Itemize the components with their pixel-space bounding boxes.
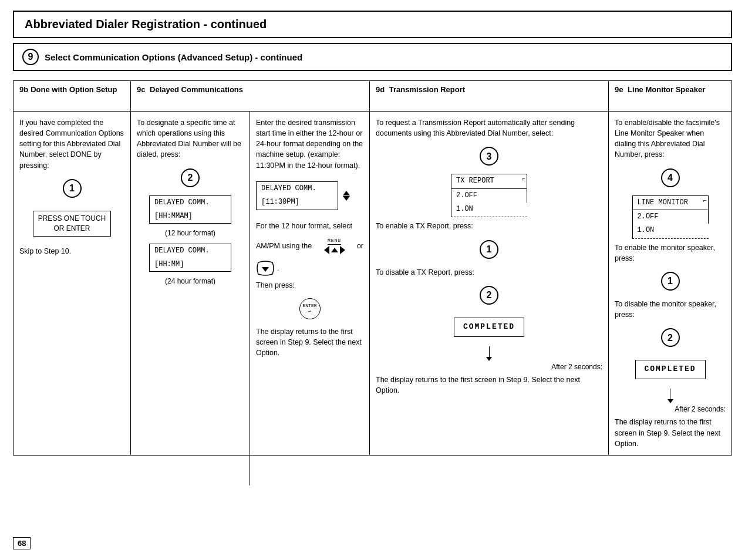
col-9e: 9e Line Monitor Speaker To enable/disabl… — [609, 81, 732, 456]
col-9b: 9b Done with Option Setup If you have co… — [14, 81, 131, 456]
tri-left-icon — [324, 246, 329, 254]
col-9c-inner: To designate a specific time at which op… — [131, 112, 369, 485]
circle-4-9e: 4 — [661, 168, 680, 187]
arrow-down-9e — [615, 389, 726, 403]
lcd-delayed-24: DELAYED COMM. [HH:MM] — [149, 244, 231, 272]
step-9-circle: 9 — [22, 49, 39, 65]
lcd-delayed-12-line2: [HH:MMAM] — [149, 210, 231, 224]
col-9b-text1: If you have completed the desired Commun… — [19, 117, 124, 171]
down-btn — [256, 260, 275, 276]
sub-title-text: Select Communication Options (Advanced S… — [45, 52, 302, 62]
or-label: or — [357, 241, 363, 251]
col-9c: 9c Delayed Communications To designate a… — [131, 81, 370, 456]
col-9d-circle3: 3 — [376, 143, 602, 169]
col-9e-circle4: 4 — [615, 165, 726, 191]
menu-row: AM/PM using the MENU or — [256, 235, 363, 257]
corner-mark-1: ⌐ — [522, 176, 525, 184]
col-9e-final-text: The display returns to the first screen … — [615, 417, 726, 448]
col-9e-disable-text: To disable the monitor speaker, press: — [615, 299, 726, 320]
col-9c-header: 9c Delayed Communications — [131, 81, 369, 112]
main-title-box: Abbreviated Dialer Registration - contin… — [13, 11, 732, 38]
page: Abbreviated Dialer Registration - contin… — [0, 0, 745, 560]
col-9c-right-text4: The display returns to the first screen … — [256, 326, 363, 358]
ampm-label: AM/PM using the — [256, 241, 312, 251]
circle-1-9d: 1 — [480, 240, 498, 259]
circle-2-9c: 2 — [181, 168, 200, 187]
lcd-delayed-24-line1: DELAYED COMM. — [149, 244, 231, 258]
col-9e-completed: COMPLETED — [615, 355, 726, 384]
col-9d-completed: COMPLETED — [376, 313, 602, 342]
press-box: PRESS ONE TOUCH OR ENTER — [33, 211, 112, 237]
col-9e-circle1: 1 — [615, 268, 726, 294]
col-9d-text1: To request a Transmission Report automat… — [376, 117, 602, 139]
tx-report-line2: 2.OFF — [451, 188, 527, 203]
lcd-delayed-12: DELAYED COMM. [HH:MMAM] — [149, 195, 231, 224]
col-9d-circle2: 2 — [376, 282, 602, 308]
col-9c-id: 9c — [137, 85, 145, 94]
sub-title-box: 9 Select Communication Options (Advanced… — [13, 43, 732, 71]
completed-box-9d: COMPLETED — [454, 318, 524, 337]
press-line2: OR ENTER — [38, 224, 106, 234]
tx-report-line1: TX REPORT ⌐ — [451, 174, 527, 188]
lcd-delayed-12-line1: DELAYED COMM. — [149, 195, 231, 210]
col-9d-disable-text: To disable a TX Report, press: — [376, 267, 602, 278]
lcd-12hr-caption: (12 hour format) — [137, 228, 244, 238]
col-9b-header: 9b Done with Option Setup — [14, 81, 130, 112]
circle-2-9d: 2 — [480, 286, 498, 305]
tri-up-menu-icon — [331, 248, 338, 252]
press-line1: PRESS ONE TOUCH — [38, 214, 106, 224]
menu-label-text: MENU — [328, 237, 341, 245]
lcd-1130-line1: DELAYED COMM. — [256, 181, 338, 195]
col-9d-final-text: The display returns to the first screen … — [376, 375, 602, 396]
col-9c-circle2-left: 2 — [137, 165, 244, 191]
arrow-line-9d — [489, 346, 490, 357]
col-9c-title: Delayed Communications — [150, 85, 243, 94]
page-footer: 68 — [13, 537, 31, 549]
col-9d-enable-text: To enable a TX Report, press: — [376, 221, 602, 231]
col-9e-header: 9e Line Monitor Speaker — [609, 81, 731, 112]
circle-3-9d: 3 — [480, 147, 498, 166]
col-9c-left-text1: To designate a specific time at which op… — [137, 117, 244, 160]
line-monitor-line3: 1.ON — [632, 224, 709, 238]
line-monitor-line1: LINE MONITOR ⌐ — [632, 195, 709, 210]
completed-box-9e: COMPLETED — [635, 360, 706, 379]
page-number: 68 — [18, 539, 26, 548]
arrow-down-9d — [376, 346, 602, 361]
lcd-1130: DELAYED COMM. [11:30PM] — [256, 181, 363, 210]
col-9e-circle2: 2 — [615, 325, 726, 350]
after-seconds-9e: After 2 seconds: — [615, 404, 726, 414]
tx-report-lcd: TX REPORT ⌐ 2.OFF 1.ON — [451, 174, 527, 217]
col-9d-header: 9d Transmission Report — [370, 81, 608, 112]
main-title: Abbreviated Dialer Registration - contin… — [25, 18, 267, 31]
col-9b-circle1: 1 — [19, 176, 124, 201]
tri-down-icon — [343, 196, 350, 201]
tx-report-line3: 1.ON — [451, 203, 527, 217]
tri-right-icon — [340, 246, 345, 254]
enter-label: ENTER↵ — [302, 303, 316, 314]
lcd-delayed-24-line2: [HH:MM] — [149, 258, 231, 272]
col-9c-right-text2: For the 12 hour format, select — [256, 221, 363, 231]
corner-mark-2: ⌐ — [703, 197, 706, 206]
line-monitor-lcd: LINE MONITOR ⌐ 2.OFF 1.ON — [632, 195, 709, 239]
col-9c-left: To designate a specific time at which op… — [131, 112, 250, 485]
col-9d-id: 9d — [376, 85, 385, 94]
arrow-head-9d — [486, 357, 492, 361]
menu-arrows — [324, 246, 345, 254]
col-9c-right: Enter the desired transmission start tim… — [250, 112, 369, 485]
enter-icon: ENTER↵ — [299, 298, 321, 319]
circle-2-9e: 2 — [661, 328, 680, 347]
col-9b-skip: Skip to Step 10. — [19, 246, 124, 257]
enter-btn-row: ENTER↵ — [256, 296, 363, 322]
col-9d: 9d Transmission Report To request a Tran… — [370, 81, 609, 456]
updown-icon — [343, 191, 350, 201]
circle-1-9b: 1 — [63, 179, 82, 198]
col-9b-body: If you have completed the desired Commun… — [14, 112, 130, 263]
tri-up-icon — [343, 191, 350, 195]
arrow-head-9e — [668, 399, 673, 403]
after-seconds-9d: After 2 seconds: — [376, 362, 602, 372]
col-9e-id: 9e — [615, 85, 623, 94]
svg-marker-0 — [262, 267, 269, 272]
col-9d-body: To request a Transmission Report automat… — [370, 112, 608, 402]
col-9c-right-text1: Enter the desired transmission start tim… — [256, 117, 363, 171]
menu-icon: MENU — [324, 237, 345, 255]
